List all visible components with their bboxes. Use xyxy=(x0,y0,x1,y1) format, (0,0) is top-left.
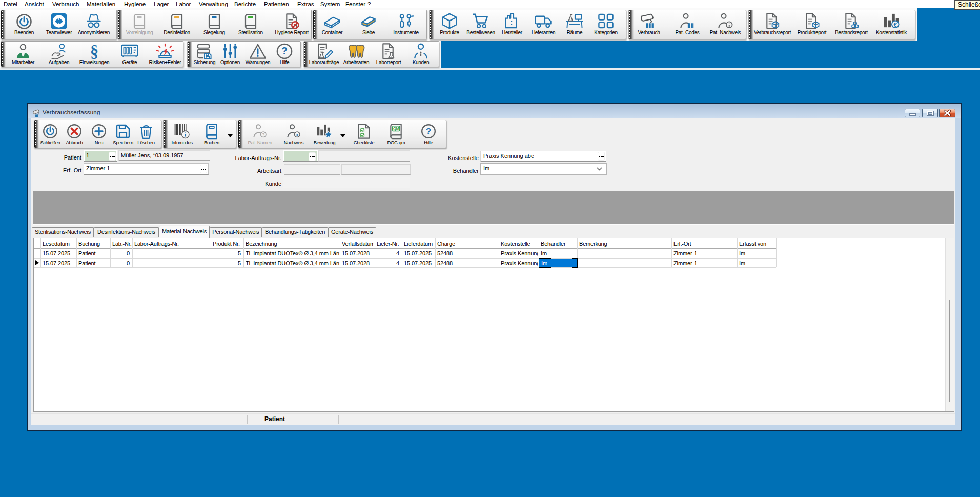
svg-text:?: ? xyxy=(281,45,288,56)
svg-text:?: ? xyxy=(262,132,264,137)
svg-text:€: € xyxy=(894,21,897,28)
svg-text:?: ? xyxy=(426,127,431,136)
svg-text:QM: QM xyxy=(393,126,399,131)
svg-text:§: § xyxy=(90,43,99,60)
